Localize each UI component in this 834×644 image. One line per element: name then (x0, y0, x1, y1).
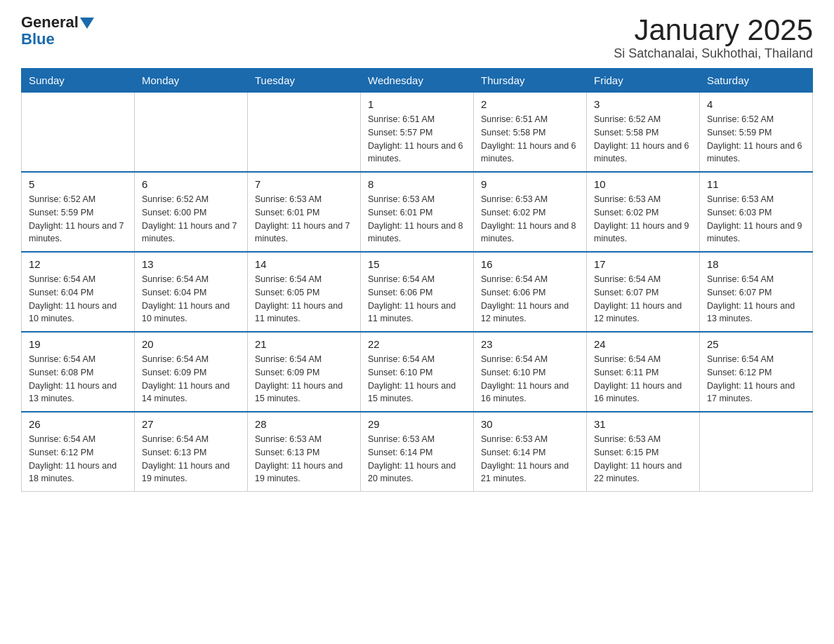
day-info: Sunrise: 6:53 AMSunset: 6:14 PMDaylight:… (481, 433, 579, 485)
day-number: 21 (255, 338, 353, 350)
calendar-cell: 28Sunrise: 6:53 AMSunset: 6:13 PMDayligh… (248, 412, 361, 492)
day-number: 20 (142, 338, 240, 350)
day-info: Sunrise: 6:54 AMSunset: 6:12 PMDaylight:… (707, 353, 805, 405)
day-number: 8 (368, 178, 466, 190)
day-number: 27 (142, 418, 240, 430)
day-number: 3 (594, 98, 692, 110)
day-number: 2 (481, 98, 579, 110)
calendar-cell: 27Sunrise: 6:54 AMSunset: 6:13 PMDayligh… (135, 412, 248, 492)
day-number: 12 (29, 258, 127, 270)
day-info: Sunrise: 6:53 AMSunset: 6:14 PMDaylight:… (368, 433, 466, 485)
day-info: Sunrise: 6:53 AMSunset: 6:15 PMDaylight:… (594, 433, 692, 485)
day-info: Sunrise: 6:54 AMSunset: 6:04 PMDaylight:… (29, 273, 127, 326)
day-info: Sunrise: 6:54 AMSunset: 6:12 PMDaylight:… (29, 433, 127, 485)
day-info: Sunrise: 6:54 AMSunset: 6:09 PMDaylight:… (255, 353, 353, 405)
day-number: 4 (707, 98, 805, 110)
day-info: Sunrise: 6:54 AMSunset: 6:11 PMDaylight:… (594, 353, 692, 405)
calendar-header-monday: Monday (135, 69, 248, 93)
day-number: 28 (255, 418, 353, 430)
calendar-cell (22, 93, 135, 173)
calendar-cell: 14Sunrise: 6:54 AMSunset: 6:05 PMDayligh… (248, 252, 361, 332)
calendar-header-thursday: Thursday (474, 69, 587, 93)
logo-general: General (21, 14, 79, 31)
calendar-header-saturday: Saturday (700, 69, 813, 93)
day-number: 25 (707, 338, 805, 350)
day-number: 11 (707, 178, 805, 190)
calendar-cell: 10Sunrise: 6:53 AMSunset: 6:02 PMDayligh… (587, 172, 700, 252)
day-info: Sunrise: 6:54 AMSunset: 6:05 PMDaylight:… (255, 273, 353, 326)
day-number: 6 (142, 178, 240, 190)
calendar-cell: 11Sunrise: 6:53 AMSunset: 6:03 PMDayligh… (700, 172, 813, 252)
day-number: 30 (481, 418, 579, 430)
day-info: Sunrise: 6:53 AMSunset: 6:01 PMDaylight:… (255, 193, 353, 246)
calendar-cell (135, 93, 248, 173)
calendar-cell (248, 93, 361, 173)
day-number: 29 (368, 418, 466, 430)
day-info: Sunrise: 6:54 AMSunset: 6:10 PMDaylight:… (481, 353, 579, 405)
calendar-cell: 6Sunrise: 6:52 AMSunset: 6:00 PMDaylight… (135, 172, 248, 252)
logo: General Blue (21, 14, 94, 48)
calendar-week-row: 19Sunrise: 6:54 AMSunset: 6:08 PMDayligh… (22, 332, 813, 412)
calendar-header-tuesday: Tuesday (248, 69, 361, 93)
day-number: 16 (481, 258, 579, 270)
calendar-cell: 17Sunrise: 6:54 AMSunset: 6:07 PMDayligh… (587, 252, 700, 332)
day-number: 23 (481, 338, 579, 350)
logo-triangle-icon (80, 18, 94, 29)
day-number: 1 (368, 98, 466, 110)
calendar-cell: 19Sunrise: 6:54 AMSunset: 6:08 PMDayligh… (22, 332, 135, 412)
day-number: 7 (255, 178, 353, 190)
page-subtitle: Si Satchanalai, Sukhothai, Thailand (614, 46, 813, 61)
day-info: Sunrise: 6:54 AMSunset: 6:08 PMDaylight:… (29, 353, 127, 405)
calendar-table: SundayMondayTuesdayWednesdayThursdayFrid… (21, 68, 813, 492)
day-info: Sunrise: 6:54 AMSunset: 6:13 PMDaylight:… (142, 433, 240, 485)
day-number: 19 (29, 338, 127, 350)
calendar-header-row: SundayMondayTuesdayWednesdayThursdayFrid… (22, 69, 813, 93)
calendar-cell: 26Sunrise: 6:54 AMSunset: 6:12 PMDayligh… (22, 412, 135, 492)
day-info: Sunrise: 6:52 AMSunset: 5:58 PMDaylight:… (594, 113, 692, 166)
calendar-cell: 23Sunrise: 6:54 AMSunset: 6:10 PMDayligh… (474, 332, 587, 412)
calendar-cell (700, 412, 813, 492)
day-number: 14 (255, 258, 353, 270)
day-info: Sunrise: 6:54 AMSunset: 6:06 PMDaylight:… (368, 273, 466, 326)
page-header: General Blue January 2025 Si Satchanalai… (21, 14, 813, 61)
calendar-cell: 1Sunrise: 6:51 AMSunset: 5:57 PMDaylight… (361, 93, 474, 173)
title-section: January 2025 Si Satchanalai, Sukhothai, … (614, 14, 813, 61)
day-info: Sunrise: 6:52 AMSunset: 6:00 PMDaylight:… (142, 193, 240, 246)
day-number: 5 (29, 178, 127, 190)
calendar-cell: 15Sunrise: 6:54 AMSunset: 6:06 PMDayligh… (361, 252, 474, 332)
day-info: Sunrise: 6:53 AMSunset: 6:02 PMDaylight:… (481, 193, 579, 246)
calendar-week-row: 26Sunrise: 6:54 AMSunset: 6:12 PMDayligh… (22, 412, 813, 492)
calendar-cell: 7Sunrise: 6:53 AMSunset: 6:01 PMDaylight… (248, 172, 361, 252)
calendar-cell: 5Sunrise: 6:52 AMSunset: 5:59 PMDaylight… (22, 172, 135, 252)
calendar-header-friday: Friday (587, 69, 700, 93)
day-info: Sunrise: 6:51 AMSunset: 5:57 PMDaylight:… (368, 113, 466, 166)
day-info: Sunrise: 6:53 AMSunset: 6:13 PMDaylight:… (255, 433, 353, 485)
calendar-week-row: 1Sunrise: 6:51 AMSunset: 5:57 PMDaylight… (22, 93, 813, 173)
day-info: Sunrise: 6:54 AMSunset: 6:07 PMDaylight:… (594, 273, 692, 326)
day-info: Sunrise: 6:53 AMSunset: 6:03 PMDaylight:… (707, 193, 805, 246)
calendar-cell: 29Sunrise: 6:53 AMSunset: 6:14 PMDayligh… (361, 412, 474, 492)
calendar-cell: 30Sunrise: 6:53 AMSunset: 6:14 PMDayligh… (474, 412, 587, 492)
day-number: 9 (481, 178, 579, 190)
day-info: Sunrise: 6:54 AMSunset: 6:06 PMDaylight:… (481, 273, 579, 326)
day-number: 24 (594, 338, 692, 350)
calendar-cell: 21Sunrise: 6:54 AMSunset: 6:09 PMDayligh… (248, 332, 361, 412)
calendar-cell: 12Sunrise: 6:54 AMSunset: 6:04 PMDayligh… (22, 252, 135, 332)
page-title: January 2025 (614, 14, 813, 46)
day-info: Sunrise: 6:54 AMSunset: 6:09 PMDaylight:… (142, 353, 240, 405)
day-number: 13 (142, 258, 240, 270)
day-info: Sunrise: 6:54 AMSunset: 6:07 PMDaylight:… (707, 273, 805, 326)
day-number: 22 (368, 338, 466, 350)
day-info: Sunrise: 6:54 AMSunset: 6:04 PMDaylight:… (142, 273, 240, 326)
day-info: Sunrise: 6:51 AMSunset: 5:58 PMDaylight:… (481, 113, 579, 166)
calendar-cell: 16Sunrise: 6:54 AMSunset: 6:06 PMDayligh… (474, 252, 587, 332)
calendar-cell: 3Sunrise: 6:52 AMSunset: 5:58 PMDaylight… (587, 93, 700, 173)
day-info: Sunrise: 6:53 AMSunset: 6:02 PMDaylight:… (594, 193, 692, 246)
calendar-week-row: 12Sunrise: 6:54 AMSunset: 6:04 PMDayligh… (22, 252, 813, 332)
calendar-cell: 22Sunrise: 6:54 AMSunset: 6:10 PMDayligh… (361, 332, 474, 412)
day-number: 15 (368, 258, 466, 270)
calendar-cell: 31Sunrise: 6:53 AMSunset: 6:15 PMDayligh… (587, 412, 700, 492)
calendar-cell: 8Sunrise: 6:53 AMSunset: 6:01 PMDaylight… (361, 172, 474, 252)
calendar-cell: 18Sunrise: 6:54 AMSunset: 6:07 PMDayligh… (700, 252, 813, 332)
day-number: 31 (594, 418, 692, 430)
